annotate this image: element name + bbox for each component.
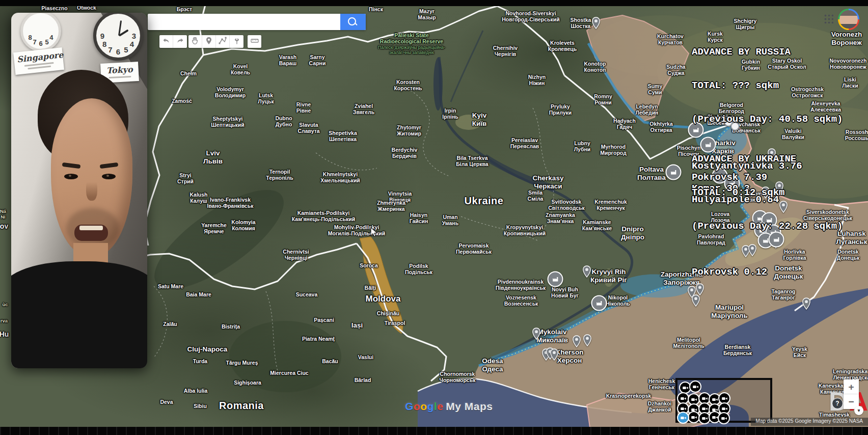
clock-numeral: 7 — [33, 38, 36, 45]
camera-marker[interactable] — [689, 380, 701, 393]
video-markers-box — [675, 378, 772, 423]
redo-button[interactable] — [173, 35, 187, 48]
video-frame: PiasecznoOtwockBrestБрэстPinskПінскMazyr… — [0, 0, 868, 435]
my-maps-label: My Maps — [446, 400, 493, 412]
person-eye — [102, 174, 116, 179]
person-face — [51, 98, 132, 256]
map-pin-marker[interactable] — [592, 17, 601, 29]
factory-marker[interactable] — [548, 271, 563, 287]
tokyo-label: Tokyo — [103, 64, 135, 75]
top-letterbox — [0, 0, 868, 6]
video-timeline-bar[interactable] — [0, 427, 868, 435]
search-icon — [348, 17, 356, 25]
clock-numeral: 4 — [49, 34, 53, 41]
clock-numeral: 8 — [102, 39, 106, 48]
advance-by-ukraine-overlay: ADVANCE BY UKRAINE TOTAL: 0.12 sqkm (Pre… — [692, 131, 843, 300]
mouse-cursor — [370, 227, 378, 240]
google-my-maps-logo: GoogleMy Maps — [405, 400, 493, 413]
draw-toolbar — [188, 35, 243, 48]
ukraine-previous: (Previous Day: 22.28 sqkm) — [692, 221, 843, 232]
russia-previous: (Previous Day: 40.58 sqkm) — [692, 114, 843, 125]
tokyo-clock: 9876543 — [93, 13, 143, 61]
webcam-overlay: 87654 9876543 Singapore Tokyo — [11, 13, 147, 368]
person-eye — [64, 174, 78, 179]
map-attribution: Map data ©2025 Google Imagery ©2025 NASA — [751, 418, 868, 426]
search-button[interactable] — [340, 14, 366, 30]
search-bar — [148, 14, 366, 30]
add-marker-icon — [204, 36, 213, 47]
ukraine-title: ADVANCE BY UKRAINE — [692, 153, 843, 165]
factory-marker[interactable] — [666, 165, 682, 180]
zoom-in-button[interactable]: + — [844, 379, 859, 394]
pan-icon — [191, 36, 200, 47]
zoom-controls: + − — [844, 379, 859, 409]
ukraine-entries: Pokrovsk 0.12 — [692, 266, 843, 278]
clock-numeral: 5 — [45, 38, 48, 45]
clock-numeral: 7 — [108, 45, 112, 53]
redo-icon — [176, 36, 185, 47]
map-pin-marker[interactable] — [573, 335, 581, 347]
help-button[interactable]: ? — [832, 398, 843, 409]
map-pin-marker[interactable] — [583, 334, 592, 346]
undo-button[interactable] — [159, 35, 173, 48]
clock-numeral: 6 — [116, 47, 120, 56]
undo-redo-toolbar — [159, 35, 187, 48]
clock-numeral: 6 — [39, 40, 42, 47]
apps-grid-icon[interactable] — [823, 13, 833, 23]
ukraine-total: TOTAL: 0.12 sqkm — [692, 187, 843, 198]
draw-line-button[interactable] — [216, 35, 230, 48]
map-pin-marker[interactable] — [550, 348, 559, 361]
collapse-button[interactable]: ▾ — [854, 406, 863, 415]
measure-icon — [250, 36, 259, 47]
camera-marker-active[interactable] — [677, 412, 689, 424]
person-shirt — [11, 261, 147, 368]
google-logo: Google — [405, 400, 443, 412]
map-pin-marker[interactable] — [532, 328, 541, 340]
clock-numeral: 3 — [132, 32, 136, 40]
add-marker-button[interactable] — [202, 35, 216, 48]
pan-button[interactable] — [188, 35, 202, 48]
add-directions-button[interactable] — [230, 35, 243, 48]
clock-numeral: 8 — [29, 34, 32, 41]
clock-numeral: 9 — [100, 32, 104, 40]
camera-marker[interactable] — [718, 412, 730, 424]
ukraine-entry: Pokrovsk 0.12 — [692, 266, 843, 278]
undo-icon — [161, 36, 171, 47]
clock-numeral: 5 — [124, 45, 128, 53]
russia-title: ADVANCE BY RUSSIA — [692, 46, 843, 58]
russia-total: TOTAL: ??? sqkm — [692, 80, 843, 91]
add-directions-icon — [232, 36, 241, 47]
draw-line-icon — [218, 36, 227, 47]
map-pin-marker[interactable] — [583, 265, 591, 278]
clock-numeral: 4 — [130, 39, 134, 48]
singapore-clock: 87654 — [20, 13, 61, 51]
search-input[interactable] — [148, 14, 340, 30]
measure-toolbar — [248, 35, 261, 48]
measure-button[interactable] — [248, 35, 261, 48]
singapore-label-card: Singapore — [13, 47, 64, 75]
factory-marker[interactable] — [591, 295, 607, 311]
person-mouth — [74, 225, 108, 241]
